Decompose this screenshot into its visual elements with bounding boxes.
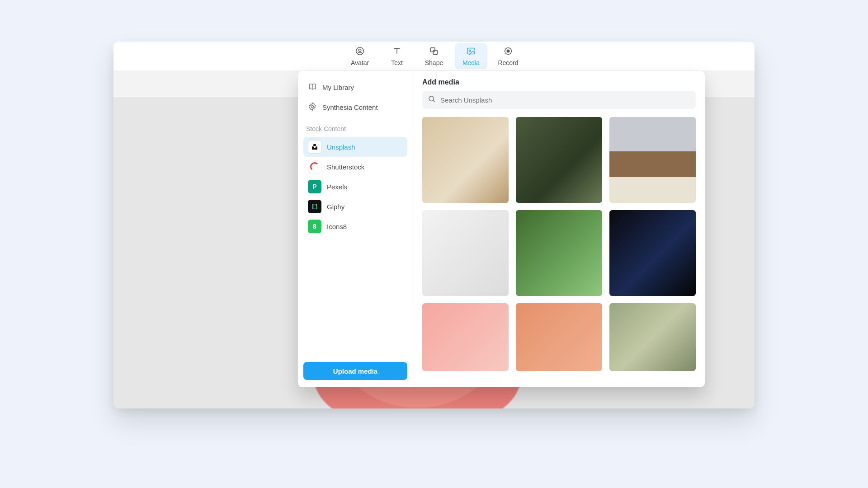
upload-media-button[interactable]: Upload media	[303, 362, 407, 380]
media-grid	[422, 117, 696, 371]
sidebar-item-label: My Library	[322, 84, 354, 91]
search-bar[interactable]	[422, 91, 696, 109]
top-toolbar: Avatar Text Shape Media Record	[113, 42, 755, 71]
source-giphy[interactable]: Giphy	[303, 197, 407, 216]
sidebar-item-my-library[interactable]: My Library	[303, 77, 407, 97]
media-icon	[466, 46, 476, 57]
source-pexels[interactable]: P Pexels	[303, 177, 407, 197]
add-media-title: Add media	[422, 78, 696, 86]
source-unsplash[interactable]: Unsplash	[303, 137, 407, 157]
media-panel: My Library Synthesia Content Stock Conte…	[298, 71, 705, 387]
text-icon	[392, 46, 402, 57]
pexels-icon: P	[308, 180, 321, 193]
svg-point-7	[507, 50, 509, 52]
source-shutterstock[interactable]: Shutterstock	[303, 157, 407, 177]
unsplash-icon	[308, 140, 321, 154]
media-tab[interactable]: Media	[455, 43, 487, 69]
sidebar-item-label: Synthesia Content	[322, 103, 378, 111]
text-tab[interactable]: Text	[381, 43, 413, 69]
gear-icon	[308, 102, 317, 113]
text-tab-label: Text	[391, 59, 403, 66]
svg-point-8	[311, 105, 314, 108]
media-thumb[interactable]	[609, 210, 696, 296]
source-label: Giphy	[327, 203, 344, 211]
search-icon	[428, 95, 436, 105]
svg-rect-3	[433, 50, 437, 54]
svg-rect-11	[316, 204, 317, 206]
shape-tab[interactable]: Shape	[418, 43, 450, 69]
media-thumb[interactable]	[516, 117, 602, 203]
stock-content-label: Stock Content	[306, 125, 405, 132]
book-icon	[308, 82, 317, 93]
media-sidebar: My Library Synthesia Content Stock Conte…	[298, 71, 413, 387]
media-thumb[interactable]	[422, 210, 509, 296]
media-thumb[interactable]	[609, 117, 696, 203]
shape-icon	[429, 46, 439, 57]
record-tab[interactable]: Record	[492, 43, 524, 69]
svg-rect-10	[312, 204, 313, 209]
avatar-tab[interactable]: Avatar	[344, 43, 376, 69]
svg-point-1	[359, 49, 361, 52]
avatar-icon	[355, 46, 365, 57]
shutterstock-icon	[308, 160, 321, 174]
media-tab-label: Media	[462, 59, 480, 66]
app-window: Avatar Text Shape Media Record	[113, 42, 755, 408]
sidebar-item-synthesia-content[interactable]: Synthesia Content	[303, 97, 407, 117]
source-label: Icons8	[327, 223, 347, 230]
search-input[interactable]	[440, 96, 690, 104]
source-label: Unsplash	[327, 143, 355, 151]
giphy-icon	[308, 200, 321, 213]
icons8-icon: 8	[308, 220, 321, 233]
media-thumb[interactable]	[422, 117, 509, 203]
record-tab-label: Record	[498, 59, 518, 66]
shape-tab-label: Shape	[425, 59, 443, 66]
avatar-tab-label: Avatar	[351, 59, 369, 66]
source-icons8[interactable]: 8 Icons8	[303, 216, 407, 236]
svg-point-5	[469, 50, 471, 52]
source-label: Pexels	[327, 183, 347, 191]
upload-media-label: Upload media	[333, 367, 377, 375]
media-thumb[interactable]	[609, 303, 696, 371]
media-main: Add media	[413, 71, 705, 387]
media-thumb[interactable]	[516, 210, 602, 296]
record-icon	[503, 46, 513, 57]
svg-point-12	[429, 96, 434, 101]
svg-rect-2	[431, 47, 435, 52]
source-label: Shutterstock	[327, 163, 364, 171]
media-thumb[interactable]	[422, 303, 509, 371]
media-thumb[interactable]	[516, 303, 602, 371]
